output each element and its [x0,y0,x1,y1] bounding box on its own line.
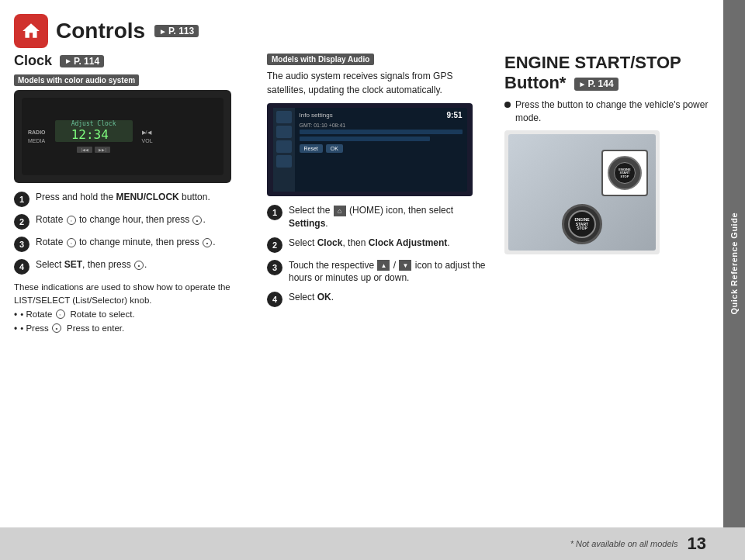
down-sym: ▼ [399,260,411,271]
start-button-text: ENGINESTARTSTOP [574,218,589,231]
note-text: These indications are used to show how t… [14,282,230,305]
display-step-item-2: 2 Select Clock, then Clock Adjustment. [267,237,492,253]
footer-footnote: * Not available on all models [570,539,678,548]
sidebar-icon-1 [276,111,292,123]
knob-sym-2: ◦ [67,216,76,225]
middle-column: Models with Display Audio The audio syst… [267,53,492,552]
bullet-dot [504,102,511,108]
radio-buttons: |◀◀ ▶▶| [77,147,110,153]
display-sidebar [273,108,295,192]
side-tab: Quick Reference Guide [723,0,745,527]
bullet-press: • Press ⚬ Press to enter. [14,322,255,336]
page-container: Controls ► P. 113 Clock ► P. 114 Models … [0,0,745,560]
display-step-number-3: 3 [267,260,282,275]
display-step-text-3: Touch the respective ▲ / ▼ icon to adjus… [289,259,492,285]
display-gmt-row: GMT: 01:10 +08:41 [300,123,463,128]
side-tab-label: Quick Reference Guide [729,213,739,315]
bullet-press-text: Press to enter. [67,322,124,335]
knob-sym-3: ◦ [67,238,76,247]
main-content: Controls ► P. 113 Clock ► P. 114 Models … [0,0,745,560]
radio-time: 12:34 [71,127,116,142]
color-audio-steps: 1 Press and hold the MENU/CLOCK button. … [14,191,255,275]
engine-ref-text: P. 144 [587,78,613,89]
engine-bullet-text: Press the button to change the vehicle's… [515,99,714,125]
step-item-4: 4 Select SET, then press ⚬. [14,258,255,275]
display-step-item-3: 3 Touch the respective ▲ / ▼ icon to adj… [267,259,492,285]
display-step-text-4: Select OK. [289,291,334,304]
display-reset-btn: Reset [300,144,323,153]
step-number-4: 4 [14,259,29,275]
push-sym-3: ⚬ [203,238,212,247]
radio-image: RADIO MEDIA Adjust Clock 12:34 [14,90,231,183]
page-number: 13 [688,534,706,554]
radio-btn-1: |◀◀ [77,147,92,153]
engine-ref-badge: ► P. 144 [574,78,619,90]
radio-btn-2: ▶▶| [95,147,110,153]
clock-title-text: Clock [14,53,52,69]
list-select-note: These indications are used to show how t… [14,281,255,336]
step-text-4: Select SET, then press ⚬. [36,258,147,271]
home-sym-icon: ⌂ [334,206,346,216]
sidebar-icon-3 [276,140,292,153]
display-row-2 [300,137,430,141]
step-text-1: Press and hold the MENU/CLOCK button. [36,191,210,204]
push-sym-2: ⚬ [192,216,202,225]
radio-inner: RADIO MEDIA Adjust Clock 12:34 [22,98,224,175]
display-audio-steps: 1 Select the ⌂ (HOME) icon, then select … [267,204,492,307]
clock-ref-text: P. 114 [74,56,99,67]
home-icon-box [14,14,48,48]
sidebar-icon-2 [276,126,292,138]
title-ref-text: P. 113 [168,26,194,36]
display-ok-btn: OK [326,144,343,153]
step-number-1: 1 [14,192,29,207]
display-action-buttons: Reset OK [300,144,463,153]
step-number-2: 2 [14,214,29,230]
step-item-2: 2 Rotate ◦ to change hour, then press ⚬. [14,213,255,230]
left-column: Clock ► P. 114 Models with color audio s… [14,53,255,552]
header-row: Controls ► P. 113 [14,14,714,48]
step-text-2: Rotate ◦ to change hour, then press ⚬. [36,213,206,226]
push-sym-4: ⚬ [134,261,144,270]
display-screen-inner: Info settings 9:51 GMT: 01:10 +08:41 Res… [273,108,467,192]
note-push-sym: ⚬ [52,323,61,333]
clock-ref-badge: ► P. 114 [60,55,104,67]
page-title: Controls ► P. 113 [56,19,199,43]
start-button: ENGINESTARTSTOP [562,204,602,244]
callout-button-text: ENGINESTARTSTOP [619,168,630,178]
engine-image: ENGINESTARTSTOP ENGINESTARTSTOP [504,130,660,254]
callout-button: ENGINESTARTSTOP [608,156,642,190]
bottom-bar: * Not available on all models 13 [0,527,745,560]
step-item-3: 3 Rotate ◦ to change minute, then press … [14,236,255,252]
display-step-item-4: 4 Select OK. [267,291,492,307]
display-row-1 [300,130,463,134]
home-icon [21,21,41,41]
display-header: Info settings 9:51 [300,111,463,119]
display-step-item-1: 1 Select the ⌂ (HOME) icon, then select … [267,204,492,230]
display-time: 9:51 [446,111,462,119]
note-knob-sym: ◦ [56,309,65,319]
display-audio-screen: Info settings 9:51 GMT: 01:10 +08:41 Res… [267,103,473,196]
display-step-number-4: 4 [267,292,282,307]
display-step-text-1: Select the ⌂ (HOME) icon, then select Se… [289,204,492,230]
step-item-1: 1 Press and hold the MENU/CLOCK button. [14,191,255,207]
engine-title: ENGINE START/STOP Button* ► P. 144 [504,53,714,94]
title-ref-badge: ► P. 113 [154,25,199,37]
display-audio-desc: The audio system receives signals from G… [267,69,492,97]
display-title: Info settings [300,112,333,119]
display-step-text-2: Select Clock, then Clock Adjustment. [289,237,450,250]
bullet-rotate: • Rotate ◦ Rotate to select. [14,308,255,322]
engine-bullet-item: Press the button to change the vehicle's… [504,99,714,125]
title-text: Controls [56,19,145,43]
display-step-number-2: 2 [267,237,282,253]
callout-box: ENGINESTARTSTOP [601,150,648,196]
callout-button-inner: ENGINESTARTSTOP [614,162,636,184]
radio-label: Adjust Clock [71,120,116,127]
step-number-3: 3 [14,237,29,252]
step-text-3: Rotate ◦ to change minute, then press ⚬. [36,236,215,249]
right-column: ENGINE START/STOP Button* ► P. 144 Press… [504,53,714,552]
two-column-layout: Clock ► P. 114 Models with color audio s… [14,53,714,552]
color-audio-badge: Models with color audio system [14,74,139,86]
dashboard-bg: ENGINESTARTSTOP ENGINESTARTSTOP [508,134,656,251]
start-button-inner: ENGINESTARTSTOP [568,210,596,238]
radio-display: Adjust Clock 12:34 [55,120,133,142]
